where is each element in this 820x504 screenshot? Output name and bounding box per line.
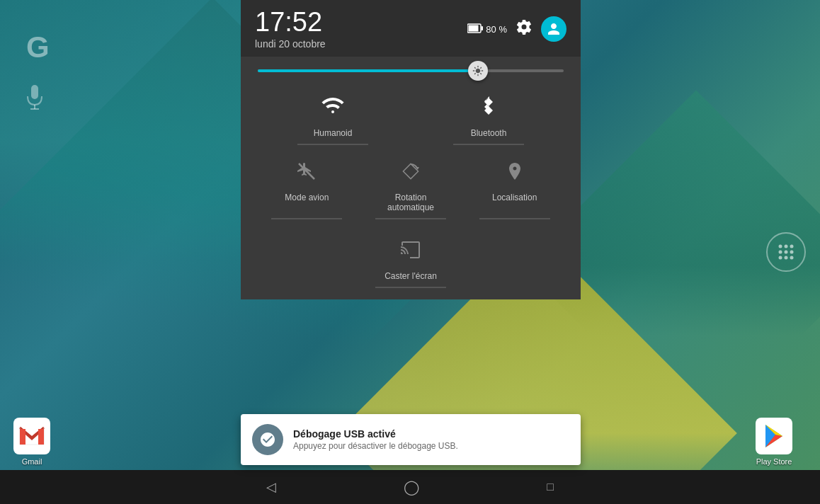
notification-title: Débogage USB activé xyxy=(293,428,569,440)
qs-cast-row: Caster l'écran xyxy=(255,234,566,288)
home-button[interactable]: ◯ xyxy=(404,479,419,496)
battery-indicator: 80 % xyxy=(467,23,507,35)
svg-point-4 xyxy=(779,245,782,248)
svg-point-8 xyxy=(785,251,788,254)
location-toggle[interactable]: Localisation xyxy=(479,155,550,219)
brightness-slider-fill xyxy=(258,69,478,72)
svg-line-20 xyxy=(299,164,314,179)
wifi-icon xyxy=(321,95,344,122)
svg-point-6 xyxy=(790,245,794,248)
nav-bar: ◁ ◯ □ xyxy=(0,470,820,504)
google-icon: G xyxy=(21,28,57,64)
svg-point-7 xyxy=(779,251,782,254)
qs-toggle-row-1: Humanoid Bluetooth xyxy=(255,89,566,145)
app-grid-button[interactable] xyxy=(766,232,806,272)
svg-point-11 xyxy=(785,256,788,260)
qs-time-section: 17:52 lundi 20 octobre xyxy=(255,8,326,50)
svg-text:G: G xyxy=(26,30,50,62)
notification-body: Appuyez pour désactiver le débogage USB. xyxy=(293,441,569,451)
qs-header: 17:52 lundi 20 octobre 80 % xyxy=(241,0,581,57)
airplane-toggle-label: Mode avion xyxy=(285,193,329,202)
rotation-toggle-label: Rotation automatique xyxy=(375,193,446,212)
location-icon xyxy=(504,161,525,187)
airplane-toggle[interactable]: Mode avion xyxy=(271,155,342,219)
wifi-toggle[interactable]: Humanoid xyxy=(297,89,368,145)
svg-point-12 xyxy=(790,256,794,260)
rotation-toggle[interactable]: Rotation automatique xyxy=(375,155,446,219)
wifi-toggle-label: Humanoid xyxy=(314,128,353,138)
cast-toggle[interactable]: Caster l'écran xyxy=(375,234,446,288)
cast-icon xyxy=(400,239,421,265)
location-toggle-label: Localisation xyxy=(492,193,537,202)
svg-point-9 xyxy=(790,251,794,254)
notification-card[interactable]: Débogage USB activé Appuyez pour désacti… xyxy=(241,414,581,465)
qs-time: 17:52 xyxy=(255,8,326,35)
brightness-section xyxy=(241,57,581,82)
mic-icon xyxy=(25,85,45,115)
qs-toggles: Humanoid Bluetooth xyxy=(241,82,581,299)
notification-content: Débogage USB activé Appuyez pour désacti… xyxy=(293,428,569,451)
account-avatar[interactable] xyxy=(541,16,566,42)
qs-toggle-row-2: Mode avion Rotation automatique xyxy=(255,155,566,219)
bluetooth-toggle-label: Bluetooth xyxy=(471,128,507,138)
bluetooth-icon xyxy=(477,95,500,122)
svg-rect-1 xyxy=(31,85,38,99)
svg-rect-19 xyxy=(469,25,479,31)
airplane-icon xyxy=(296,161,317,187)
recents-button[interactable]: □ xyxy=(547,481,554,493)
brightness-slider-track[interactable] xyxy=(258,69,564,72)
svg-point-10 xyxy=(779,256,782,260)
svg-point-5 xyxy=(785,245,788,248)
battery-percent: 80 % xyxy=(486,24,507,35)
quick-settings-panel: 17:52 lundi 20 octobre 80 % xyxy=(241,0,581,299)
back-button[interactable]: ◁ xyxy=(266,479,276,495)
qs-date: lundi 20 octobre xyxy=(255,38,326,50)
cast-toggle-label: Caster l'écran xyxy=(385,271,437,281)
rotation-icon xyxy=(400,161,421,187)
brightness-thumb[interactable] xyxy=(468,61,488,81)
svg-rect-18 xyxy=(482,26,484,30)
notification-icon xyxy=(252,424,283,455)
battery-icon xyxy=(467,23,483,35)
qs-header-icons: 80 % xyxy=(467,16,566,42)
settings-button[interactable] xyxy=(516,18,533,40)
bluetooth-toggle[interactable]: Bluetooth xyxy=(453,89,524,145)
